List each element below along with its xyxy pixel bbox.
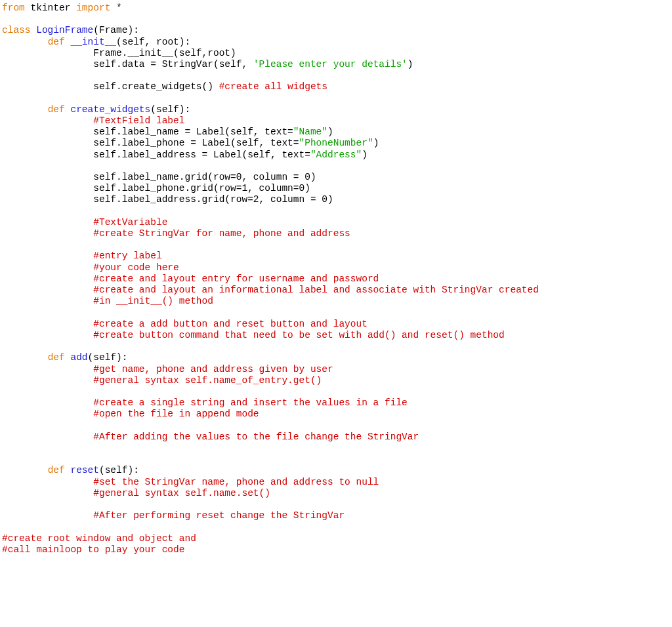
sig-self-1: (self): [150, 104, 190, 115]
comment-after-reset: #After performing reset change the Strin… [93, 510, 345, 521]
comment-single-string: #create a single string and insert the v… [93, 397, 408, 408]
comment-textfield-label: #TextField label [93, 115, 184, 126]
class-name: LoginFrame [36, 25, 93, 35]
keyword-from: from [2, 3, 25, 13]
comment-syntax-set: #general syntax self.name.set() [93, 488, 270, 498]
comment-syntax-get: #general syntax self.name_of_entry.get() [93, 375, 322, 386]
comment-btn-cmd: #create button command that need to be s… [93, 330, 505, 340]
line-label-address-pre: self.label_address = Label(self, text= [93, 150, 310, 160]
comment-create-all: #create all widgets [219, 81, 327, 92]
fn-reset: reset [70, 465, 99, 475]
comment-add-reset-btn: #create a add button and reset button an… [93, 319, 368, 329]
star: * [110, 3, 121, 13]
comment-get-vals: #get name, phone and address given by us… [93, 364, 333, 374]
close-paren-2: ) [327, 127, 333, 137]
close-paren-3: ) [373, 138, 379, 148]
fn-init: __init__ [70, 37, 116, 47]
keyword-def-4: def [48, 465, 65, 475]
class-base: (Frame): [93, 25, 139, 35]
comment-layout-info: #create and layout an informational labe… [93, 285, 539, 295]
line-label-name-pre: self.label_name = Label(self, text= [93, 127, 293, 137]
keyword-def: def [48, 37, 65, 47]
line-grid-phone: self.label_phone.grid(row=1, column=0) [93, 183, 310, 193]
close-paren-4: ) [362, 150, 368, 160]
close-paren-1: ) [408, 59, 413, 70]
keyword-class: class [2, 25, 31, 35]
line-grid-address: self.label_address.grid(row=2, column = … [93, 194, 333, 205]
comment-mainloop: #call mainloop to play your code [2, 544, 184, 555]
sig-self-2: (self): [88, 352, 128, 363]
comment-set-null: #set the StringVar name, phone and addre… [93, 477, 379, 487]
string-address: "Address" [310, 150, 362, 160]
comment-textvar: #TextVariable [93, 217, 167, 228]
comment-create-strvar: #create StringVar for name, phone and ad… [93, 228, 350, 239]
string-please: 'Please enter your details' [253, 59, 408, 70]
keyword-import: import [76, 3, 110, 13]
comment-root-window: #create root window and object and [2, 533, 196, 544]
keyword-def-2: def [48, 104, 65, 115]
comment-your-code: #your code here [93, 262, 179, 273]
comment-after-add: #After adding the values to the file cha… [93, 432, 419, 442]
string-phonenum: "PhoneNumber" [299, 138, 373, 148]
sig-self-3: (self): [99, 465, 139, 475]
line-grid-name: self.label_name.grid(row=0, column = 0) [93, 172, 316, 182]
keyword-def-3: def [48, 352, 65, 363]
line-label-phone-pre: self.label_phone = Label(self, text= [93, 138, 299, 148]
fn-create-widgets: create_widgets [70, 104, 150, 115]
string-name: "Name" [293, 127, 327, 137]
comment-open-file: #open the file in append mode [93, 409, 259, 419]
line-frame-init: Frame.__init__(self,root) [93, 48, 236, 58]
comment-in-init: #in __init__() method [93, 296, 213, 306]
code-block: from tkinter import * class LoginFrame(F… [0, 0, 672, 558]
comment-layout-entry: #create and layout entry for username an… [93, 273, 379, 284]
module-name: tkinter [31, 3, 71, 13]
line-create-widgets-call: self.create_widgets() [93, 81, 219, 92]
line-selfdata-pre: self.data = StringVar(self, [93, 59, 253, 70]
fn-add: add [70, 352, 87, 363]
sig-init: (self, root): [116, 37, 190, 47]
comment-entry-label: #entry label [93, 251, 161, 261]
